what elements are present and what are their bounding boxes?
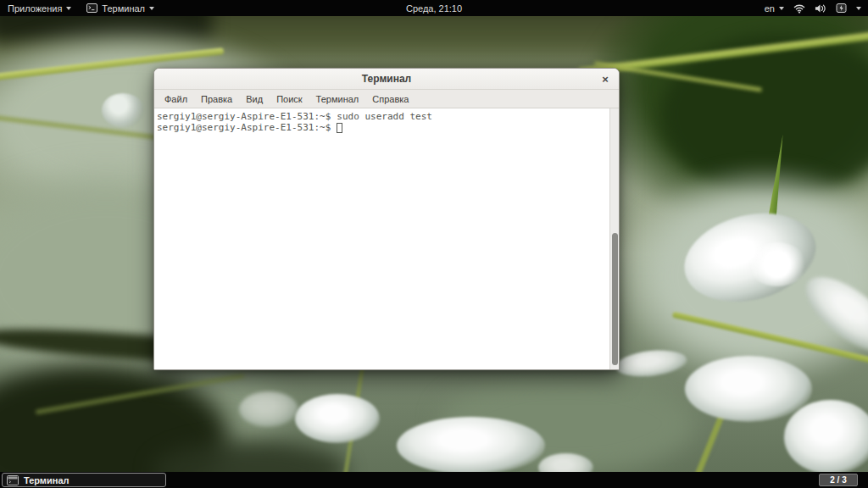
wallpaper-water-drop (615, 347, 689, 380)
terminal-line: sergiy1@sergiy-Aspire-E1-531:~$ (157, 122, 607, 133)
shell-command: sudo useradd test (337, 111, 432, 122)
applications-menu-label: Приложения (8, 3, 62, 14)
terminal-line: sergiy1@sergiy-Aspire-E1-531:~$sudo user… (157, 111, 607, 122)
wifi-icon[interactable] (793, 3, 805, 14)
menu-view[interactable]: Вид (239, 92, 270, 107)
keyboard-layout-label: en (765, 3, 775, 14)
close-button[interactable]: × (592, 69, 619, 89)
window-titlebar[interactable]: Терминал × (154, 69, 619, 90)
terminal-window-icon (7, 475, 19, 485)
taskbar-item-terminal[interactable]: Терминал (2, 473, 166, 487)
terminal-icon (86, 3, 97, 13)
scrollbar-thumb[interactable] (612, 233, 618, 365)
window-title: Терминал (362, 73, 411, 85)
menu-search[interactable]: Поиск (270, 92, 309, 107)
wallpaper-water-drop (397, 417, 545, 474)
workspace-indicator-label: 2 / 3 (830, 475, 846, 485)
wallpaper-water-drop (295, 394, 380, 443)
applications-menu[interactable]: Приложения (8, 0, 71, 16)
chevron-down-icon (779, 7, 784, 10)
battery-charging-icon[interactable] (836, 3, 847, 14)
terminal-window: Терминал × Файл Правка Вид Поиск Термина… (153, 68, 620, 370)
chevron-down-icon (149, 7, 154, 10)
top-panel: Приложения Терминал Среда, 21:10 (0, 0, 868, 16)
active-window-menu-label: Терминал (102, 3, 145, 14)
wallpaper-water-drop (102, 93, 144, 127)
desktop: Приложения Терминал Среда, 21:10 (0, 0, 868, 488)
window-menubar: Файл Правка Вид Поиск Терминал Справка (154, 90, 619, 108)
wallpaper-water-drop (784, 400, 868, 474)
menu-edit[interactable]: Правка (194, 92, 239, 107)
clock-label[interactable]: Среда, 21:10 (406, 3, 462, 14)
terminal-cursor (337, 123, 342, 133)
menu-help[interactable]: Справка (365, 92, 415, 107)
terminal-screen[interactable]: sergiy1@sergiy-Aspire-E1-531:~$sudo user… (154, 108, 619, 369)
scrollbar[interactable] (609, 108, 619, 369)
menu-file[interactable]: Файл (158, 92, 194, 107)
workspace-switcher[interactable]: 2 / 3 (819, 474, 858, 486)
shell-prompt: sergiy1@sergiy-Aspire-E1-531:~$ (157, 122, 331, 133)
wallpaper-water-drop (748, 242, 807, 286)
chevron-down-icon (66, 7, 71, 10)
keyboard-layout-indicator[interactable]: en (765, 0, 784, 16)
volume-icon[interactable] (815, 3, 826, 14)
close-icon: × (602, 73, 609, 86)
taskbar-item-label: Терминал (24, 475, 70, 485)
chevron-down-icon[interactable] (856, 7, 861, 10)
wallpaper-water-drop (685, 356, 812, 422)
menu-terminal[interactable]: Терминал (309, 92, 366, 107)
shell-prompt: sergiy1@sergiy-Aspire-E1-531:~$ (157, 111, 331, 122)
wallpaper-water-drop (239, 391, 298, 427)
bottom-panel: Терминал 2 / 3 (0, 472, 868, 488)
active-window-menu[interactable]: Терминал (86, 0, 154, 16)
